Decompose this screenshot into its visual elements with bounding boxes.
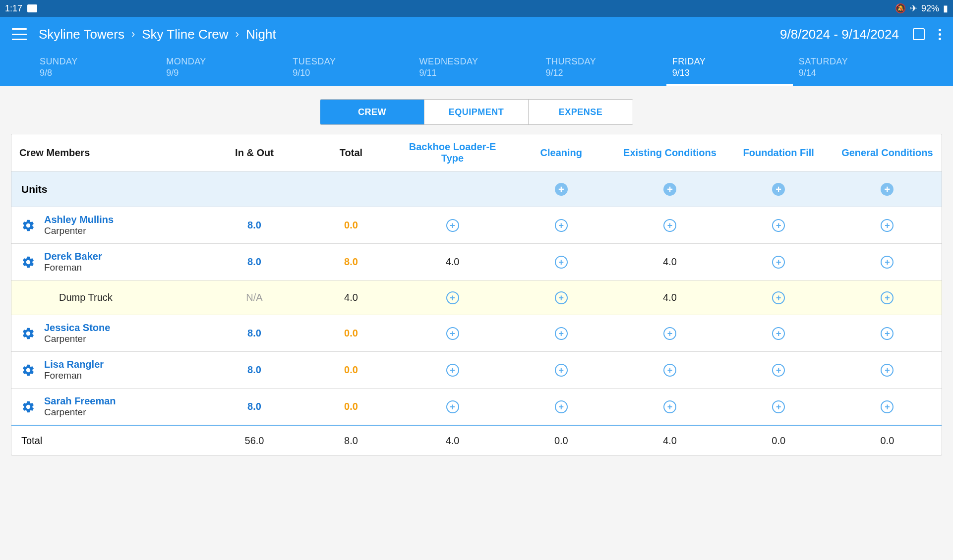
total-c3: 4.0	[615, 432, 724, 449]
more-vert-icon[interactable]	[939, 29, 941, 40]
day-date: 9/9	[166, 68, 281, 78]
add-hours-icon[interactable]	[555, 400, 568, 413]
col-in-out: In & Out	[205, 144, 304, 162]
hours-value[interactable]: 4.0	[446, 256, 460, 267]
member-name[interactable]: Sarah Freeman	[44, 395, 116, 407]
gear-icon[interactable]	[21, 219, 35, 232]
add-units-icon[interactable]	[663, 183, 676, 196]
col-cost-4[interactable]: Foundation Fill	[724, 144, 833, 162]
add-hours-icon[interactable]	[446, 219, 459, 232]
total-row: Total 56.0 8.0 4.0 0.0 4.0 0.0 0.0	[11, 425, 942, 455]
col-cost-1[interactable]: Backhoe Loader-E Type	[398, 138, 507, 167]
add-hours-icon[interactable]	[446, 364, 459, 377]
add-hours-icon[interactable]	[663, 219, 676, 232]
day-tab-9-13[interactable]: FRIDAY9/13	[666, 52, 793, 86]
total-value[interactable]: 8.0	[344, 256, 358, 267]
gear-icon[interactable]	[21, 363, 35, 377]
member-role: Carpenter	[44, 334, 110, 344]
in-out-value[interactable]: 8.0	[247, 364, 261, 375]
day-name: WEDNESDAY	[419, 56, 534, 67]
add-hours-icon[interactable]	[881, 219, 893, 232]
add-units-icon[interactable]	[881, 183, 893, 196]
add-hours-icon[interactable]	[772, 400, 785, 413]
col-cost-2[interactable]: Cleaning	[507, 144, 615, 162]
day-date: 9/8	[40, 68, 154, 78]
add-hours-icon[interactable]	[772, 291, 785, 304]
add-hours-icon[interactable]	[772, 256, 785, 269]
add-hours-icon[interactable]	[446, 327, 459, 340]
day-name: SUNDAY	[40, 56, 154, 67]
hours-value[interactable]: 4.0	[663, 292, 677, 303]
member-name[interactable]: Jessica Stone	[44, 322, 110, 334]
crew-member-row: Jessica StoneCarpenter8.00.0	[11, 315, 942, 352]
date-range-label[interactable]: 9/8/2024 - 9/14/2024	[780, 27, 899, 42]
crew-member-row: Sarah FreemanCarpenter8.00.0	[11, 389, 942, 425]
gear-icon[interactable]	[21, 255, 35, 269]
total-in-out: 56.0	[205, 432, 304, 449]
gear-icon[interactable]	[21, 327, 35, 340]
col-cost-3[interactable]: Existing Conditions	[615, 144, 724, 162]
breadcrumb-project[interactable]: Skyline Towers	[39, 27, 124, 42]
add-hours-icon[interactable]	[772, 327, 785, 340]
add-hours-icon[interactable]	[663, 400, 676, 413]
segment-equipment[interactable]: EQUIPMENT	[424, 100, 529, 124]
add-units-icon[interactable]	[555, 183, 568, 196]
col-cost-5[interactable]: General Conditions	[833, 144, 942, 162]
add-hours-icon[interactable]	[881, 256, 893, 269]
gear-icon[interactable]	[21, 400, 35, 414]
hours-value[interactable]: 4.0	[663, 256, 677, 267]
day-tab-9-9[interactable]: MONDAY9/9	[160, 52, 287, 86]
add-hours-icon[interactable]	[555, 256, 568, 269]
calendar-icon[interactable]	[913, 28, 925, 40]
add-hours-icon[interactable]	[772, 364, 785, 377]
segment-expense[interactable]: EXPENSE	[529, 100, 633, 124]
in-out-value[interactable]: 8.0	[247, 328, 261, 338]
total-label: Total	[11, 432, 205, 449]
add-hours-icon[interactable]	[881, 327, 893, 340]
total-value[interactable]: 4.0	[344, 292, 358, 303]
in-out-value[interactable]: 8.0	[247, 401, 261, 412]
battery-text: 92%	[921, 3, 939, 14]
total-value[interactable]: 0.0	[344, 220, 358, 230]
total-value[interactable]: 0.0	[344, 364, 358, 375]
day-date: 9/12	[546, 68, 660, 78]
add-hours-icon[interactable]	[446, 400, 459, 413]
hamburger-menu-icon[interactable]	[12, 28, 27, 40]
member-name[interactable]: Lisa Rangler	[44, 359, 104, 370]
breadcrumb: Skyline Towers › Sky Tline Crew › Night	[39, 27, 276, 42]
segment-crew[interactable]: CREW	[320, 100, 424, 124]
add-hours-icon[interactable]	[555, 291, 568, 304]
breadcrumb-crew[interactable]: Sky Tline Crew	[142, 27, 228, 42]
total-c1: 4.0	[398, 432, 507, 449]
total-value[interactable]: 0.0	[344, 401, 358, 412]
chevron-right-icon: ›	[236, 28, 239, 41]
day-date: 9/10	[293, 68, 407, 78]
member-name[interactable]: Derek Baker	[44, 251, 102, 262]
breadcrumb-shift[interactable]: Night	[246, 27, 276, 42]
crew-member-row: Ashley MullinsCarpenter8.00.0	[11, 207, 942, 244]
day-date: 9/13	[672, 68, 787, 78]
day-tab-9-11[interactable]: WEDNESDAY9/11	[413, 52, 539, 86]
add-hours-icon[interactable]	[555, 219, 568, 232]
add-hours-icon[interactable]	[881, 364, 893, 377]
add-hours-icon[interactable]	[772, 219, 785, 232]
day-tab-9-10[interactable]: TUESDAY9/10	[287, 52, 413, 86]
add-hours-icon[interactable]	[881, 291, 893, 304]
day-tab-9-14[interactable]: SATURDAY9/14	[793, 52, 919, 86]
add-hours-icon[interactable]	[555, 327, 568, 340]
add-units-icon[interactable]	[772, 183, 785, 196]
add-hours-icon[interactable]	[555, 364, 568, 377]
add-hours-icon[interactable]	[881, 400, 893, 413]
add-hours-icon[interactable]	[446, 291, 459, 304]
add-hours-icon[interactable]	[663, 327, 676, 340]
add-hours-icon[interactable]	[663, 364, 676, 377]
in-out-value[interactable]: N/A	[246, 292, 262, 303]
in-out-value[interactable]: 8.0	[247, 220, 261, 230]
member-name[interactable]: Ashley Mullins	[44, 214, 114, 225]
total-total: 8.0	[304, 432, 398, 449]
day-tab-9-8[interactable]: SUNDAY9/8	[34, 52, 160, 86]
day-tab-9-12[interactable]: THURSDAY9/12	[540, 52, 666, 86]
total-value[interactable]: 0.0	[344, 328, 358, 338]
units-row: Units	[11, 171, 942, 207]
in-out-value[interactable]: 8.0	[247, 256, 261, 267]
